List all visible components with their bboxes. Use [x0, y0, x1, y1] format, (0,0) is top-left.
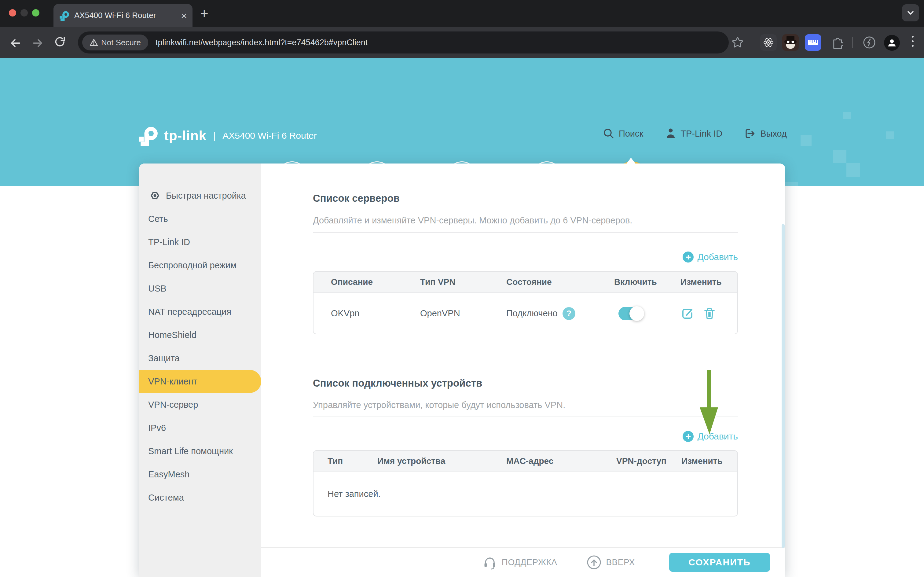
window-zoom-button[interactable]: [32, 9, 39, 16]
sidebar-item-tplink-id[interactable]: TP-Link ID: [139, 230, 261, 254]
arrow-up-circle-icon: [586, 555, 602, 570]
save-button[interactable]: СОХРАНИТЬ: [669, 553, 770, 572]
address-bar[interactable]: Not Secure tplinkwifi.net/webpages/index…: [78, 31, 729, 53]
sidebar-item-label: Smart Life помощник: [148, 446, 233, 456]
support-label: ПОДДЕРЖКА: [502, 558, 557, 567]
browser-tab[interactable]: AX5400 Wi-Fi 6 Router ×: [53, 4, 193, 27]
search-button[interactable]: Поиск: [603, 128, 643, 139]
search-icon: [603, 128, 615, 139]
sidebar-item-ipv6[interactable]: IPv6: [139, 416, 261, 440]
not-secure-label: Not Secure: [101, 38, 141, 47]
sidebar-item-wireless[interactable]: Беспроводной режим: [139, 254, 261, 277]
device-table: Тип Имя устройства MAC-адрес VPN-доступ …: [313, 450, 738, 516]
sidebar: Быстрая настройка Сеть TP-Link ID Беспро…: [139, 163, 261, 577]
server-status: Подключено: [506, 308, 558, 318]
puzzle-piece-icon: [830, 36, 843, 49]
status-help-icon[interactable]: ?: [563, 307, 575, 320]
tab-close-icon[interactable]: ×: [181, 10, 187, 21]
sidebar-item-security[interactable]: Защита: [139, 347, 261, 370]
new-tab-button[interactable]: +: [200, 7, 208, 19]
eco-bolt-icon: [862, 35, 876, 50]
server-table-row: OKVpn OpenVPN Подключено ?: [314, 293, 737, 334]
sidebar-item-label: IPv6: [148, 423, 166, 433]
not-secure-chip[interactable]: Not Secure: [82, 34, 148, 50]
col-vpn-type: Тип VPN: [420, 277, 506, 287]
divider: [313, 232, 738, 232]
logout-button[interactable]: Выход: [744, 128, 787, 139]
col-type: Тип: [328, 456, 377, 466]
server-list-title: Список серверов: [313, 193, 400, 204]
sidebar-item-label: Сеть: [148, 214, 168, 224]
add-server-button[interactable]: + Добавить: [683, 251, 738, 263]
sidebar-item-label: Система: [148, 493, 184, 503]
browser-menu-button[interactable]: [912, 36, 914, 47]
browser-tab-strip: AX5400 Wi-Fi 6 Router × +: [0, 0, 924, 27]
bookmark-star-icon[interactable]: [731, 36, 744, 49]
browser-profile-avatar[interactable]: [884, 35, 900, 51]
server-list-subtitle: Добавляйте и изменяйте VPN-серверы. Можн…: [313, 216, 632, 226]
logout-label: Выход: [760, 129, 787, 139]
add-server-label: Добавить: [697, 252, 738, 262]
tplink-id-label: TP-Link ID: [681, 129, 722, 139]
chevron-down-icon: [905, 7, 916, 19]
energy-saver-button[interactable]: [861, 34, 877, 51]
product-title: AX5400 Wi-Fi 6 Router: [222, 131, 317, 141]
brand-name: tp-link: [164, 128, 206, 143]
account-icon: [665, 128, 676, 139]
tplink-logo-icon: [139, 125, 158, 146]
window-minimize-button[interactable]: [21, 9, 28, 16]
window-close-button[interactable]: [9, 9, 16, 16]
col-enable: Включить: [614, 277, 681, 287]
extension-privacy-icon[interactable]: [782, 34, 799, 51]
device-table-empty-row: Нет записей.: [314, 472, 737, 516]
col-description: Описание: [331, 277, 420, 287]
extension-react-devtools-icon[interactable]: [760, 34, 777, 51]
divider: [313, 417, 738, 417]
sidebar-item-vpn-client[interactable]: VPN-клиент: [139, 370, 261, 393]
sidebar-item-system[interactable]: Система: [139, 486, 261, 509]
green-annotation-arrow: [691, 370, 727, 437]
settings-panel: Быстрая настройка Сеть TP-Link ID Беспро…: [139, 163, 785, 577]
scroll-to-top-button[interactable]: ВВЕРХ: [586, 555, 635, 570]
tplink-id-button[interactable]: TP-Link ID: [665, 128, 722, 139]
panel-scrollbar[interactable]: [782, 224, 785, 548]
col-status: Состояние: [506, 277, 614, 287]
sidebar-item-network[interactable]: Сеть: [139, 207, 261, 230]
sidebar-item-smart-life[interactable]: Smart Life помощник: [139, 440, 261, 463]
back-button[interactable]: [8, 36, 22, 50]
sidebar-item-label: TP-Link ID: [148, 237, 190, 247]
sidebar-item-usb[interactable]: USB: [139, 277, 261, 300]
plus-icon: +: [683, 251, 694, 263]
col-vpn-access: VPN-доступ: [616, 456, 681, 466]
extensions-button[interactable]: [828, 34, 845, 51]
sidebar-item-label: VPN-сервер: [148, 400, 198, 410]
main-content: Список серверов Добавляйте и изменяйте V…: [261, 163, 785, 547]
server-description: OKVpn: [331, 308, 420, 318]
forward-button[interactable]: [31, 36, 45, 50]
sidebar-item-easymesh[interactable]: EasyMesh: [139, 463, 261, 486]
support-button[interactable]: ПОДДЕРЖКА: [482, 554, 557, 570]
delete-icon[interactable]: [702, 306, 716, 321]
reload-button[interactable]: [54, 36, 67, 49]
sidebar-item-quick-setup[interactable]: Быстрая настройка: [139, 184, 261, 207]
url-text: tplinkwifi.net/webpages/index.html?t=e74…: [156, 38, 368, 47]
sidebar-item-homeshield[interactable]: HomeShield: [139, 323, 261, 347]
atom-icon: [763, 37, 774, 48]
headset-icon: [482, 554, 497, 570]
logout-icon: [744, 128, 756, 139]
server-table-header: Описание Тип VPN Состояние Включить Изме…: [314, 272, 737, 293]
sidebar-item-label: HomeShield: [148, 330, 196, 340]
extension-ruler-icon[interactable]: [805, 34, 821, 51]
brand-separator: |: [213, 130, 216, 142]
sidebar-item-label: VPN-клиент: [148, 377, 197, 387]
tab-search-button[interactable]: [902, 4, 919, 21]
brand-bar: tp-link | AX5400 Wi-Fi 6 Router: [139, 125, 317, 146]
sidebar-item-label: NAT переадресация: [148, 307, 231, 317]
edit-icon[interactable]: [681, 306, 695, 321]
col-device-name: Имя устройства: [377, 456, 506, 466]
sidebar-item-vpn-server[interactable]: VPN-сервер: [139, 393, 261, 416]
toggle-knob: [629, 306, 644, 321]
sidebar-item-label: USB: [148, 284, 167, 294]
server-enable-toggle[interactable]: [618, 307, 644, 320]
sidebar-item-nat[interactable]: NAT переадресация: [139, 300, 261, 323]
